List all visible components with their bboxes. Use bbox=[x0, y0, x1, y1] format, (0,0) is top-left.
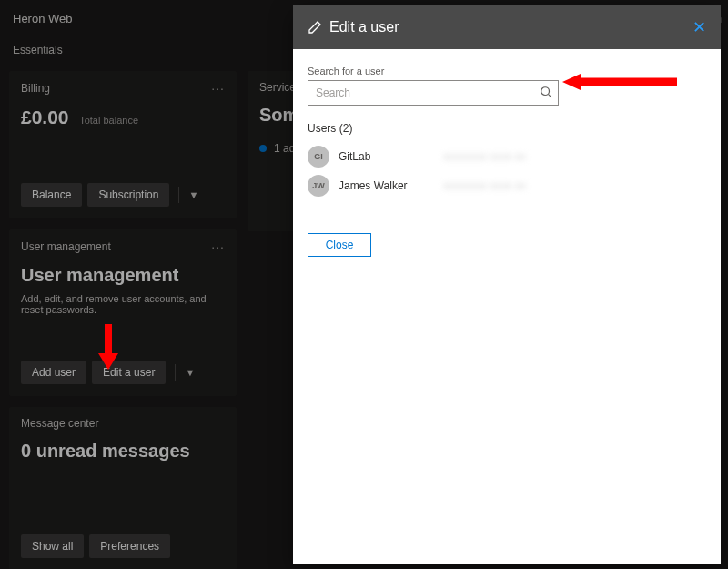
user-row[interactable]: JWJames Walkerxxxxxxxx xxxx xx bbox=[308, 171, 706, 200]
user-name: James Walker bbox=[339, 179, 434, 192]
user-management-card: User management ··· User management Add,… bbox=[9, 229, 237, 396]
svg-point-4 bbox=[541, 87, 550, 96]
panel-title: Edit a user bbox=[329, 19, 399, 36]
messages-heading: 0 unread messages bbox=[21, 441, 225, 462]
edit-user-button[interactable]: Edit a user bbox=[92, 361, 166, 384]
brand-label: Heron Web bbox=[13, 12, 73, 25]
billing-total-label: Total balance bbox=[79, 115, 138, 126]
user-mgmt-heading: User management bbox=[21, 265, 225, 286]
users-count-label: Users (2) bbox=[308, 122, 706, 135]
chevron-down-icon[interactable]: ▼ bbox=[185, 367, 195, 378]
user-email: xxxxxxxx xxxx xx bbox=[443, 150, 526, 163]
avatar: GI bbox=[308, 146, 329, 168]
balance-button[interactable]: Balance bbox=[21, 183, 82, 207]
user-mgmt-title: User management bbox=[21, 240, 111, 253]
pencil-icon bbox=[308, 20, 322, 35]
billing-card: Billing ··· £0.00 Total balance Balance … bbox=[9, 71, 237, 218]
essentials-label: Essentials bbox=[13, 44, 63, 56]
add-user-button[interactable]: Add user bbox=[21, 361, 86, 384]
divider bbox=[178, 187, 179, 203]
svg-line-5 bbox=[549, 95, 552, 98]
subscription-button[interactable]: Subscription bbox=[87, 183, 169, 207]
user-search-input[interactable] bbox=[308, 80, 559, 106]
search-field-label: Search for a user bbox=[308, 66, 706, 76]
billing-amount: £0.00 bbox=[21, 107, 69, 128]
close-button[interactable]: Close bbox=[308, 233, 371, 257]
more-icon[interactable]: ··· bbox=[211, 239, 225, 254]
avatar: JW bbox=[308, 175, 329, 197]
billing-title: Billing bbox=[21, 82, 50, 95]
user-mgmt-desc: Add, edit, and remove user accounts, and… bbox=[21, 293, 225, 315]
preferences-button[interactable]: Preferences bbox=[89, 534, 170, 558]
divider bbox=[175, 364, 176, 381]
user-name: GitLab bbox=[339, 150, 434, 163]
more-icon[interactable]: ··· bbox=[211, 81, 225, 96]
user-email: xxxxxxxx xxxx xx bbox=[443, 179, 526, 192]
messages-title: Message center bbox=[21, 417, 98, 430]
message-center-card: Message center 0 unread messages Show al… bbox=[9, 407, 237, 569]
user-row[interactable]: GIGitLabxxxxxxxx xxxx xx bbox=[308, 142, 706, 171]
status-dot-icon bbox=[259, 145, 267, 152]
close-icon[interactable]: ✕ bbox=[693, 17, 706, 37]
show-all-button[interactable]: Show all bbox=[21, 534, 84, 558]
edit-user-panel: Edit a user ✕ Search for a user Users (2… bbox=[293, 5, 721, 564]
search-icon bbox=[540, 86, 552, 98]
chevron-down-icon[interactable]: ▼ bbox=[188, 189, 198, 200]
